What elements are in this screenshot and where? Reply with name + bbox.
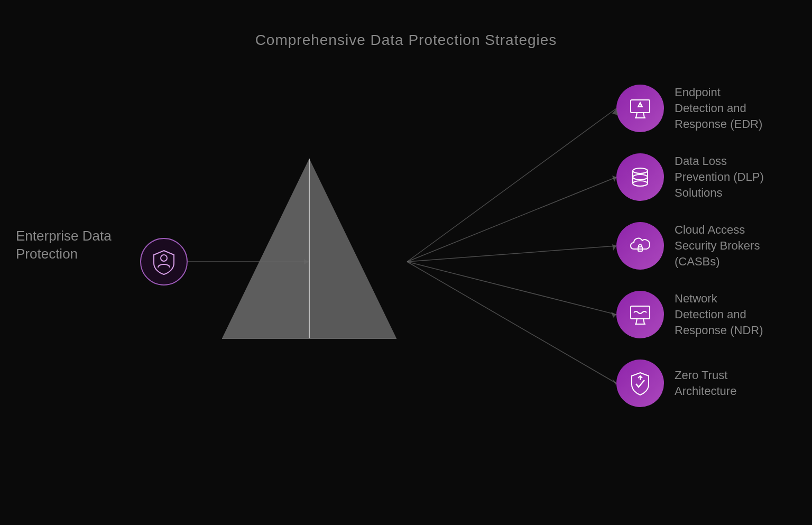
zta-label: Zero TrustArchitecture bbox=[675, 367, 791, 399]
ndr-label: NetworkDetection andResponse (NDR) bbox=[675, 291, 791, 338]
svg-line-23 bbox=[407, 177, 616, 262]
svg-line-25 bbox=[407, 246, 616, 262]
svg-line-21 bbox=[407, 108, 616, 262]
svg-marker-24 bbox=[612, 176, 616, 182]
list-item: Zero TrustArchitecture bbox=[616, 360, 791, 407]
svg-line-27 bbox=[407, 262, 616, 315]
pyramid-diagram bbox=[206, 148, 412, 349]
svg-line-6 bbox=[636, 113, 637, 118]
right-items-container: EndpointDetection andResponse (EDR) Data… bbox=[616, 85, 791, 407]
shield-person-icon bbox=[151, 248, 177, 275]
list-item: NetworkDetection andResponse (NDR) bbox=[616, 291, 791, 338]
svg-line-17 bbox=[636, 319, 637, 324]
page-title: Comprehensive Data Protection Strategies bbox=[255, 32, 557, 49]
dlp-icon-circle bbox=[616, 153, 664, 201]
svg-marker-28 bbox=[611, 312, 616, 318]
svg-line-7 bbox=[643, 113, 644, 118]
svg-point-13 bbox=[633, 181, 648, 186]
zta-icon-circle bbox=[616, 360, 664, 407]
edr-icon-circle bbox=[616, 85, 664, 132]
list-item: EndpointDetection andResponse (EDR) bbox=[616, 85, 791, 132]
list-item: Data LossPrevention (DLP)Solutions bbox=[616, 153, 791, 201]
svg-marker-1 bbox=[222, 159, 309, 338]
list-item: Cloud AccessSecurity Brokers(CASBs) bbox=[616, 222, 791, 270]
svg-point-12 bbox=[633, 174, 648, 180]
edr-label: EndpointDetection andResponse (EDR) bbox=[675, 85, 791, 132]
svg-line-18 bbox=[643, 319, 644, 324]
svg-marker-30 bbox=[612, 379, 616, 385]
svg-point-11 bbox=[633, 168, 648, 173]
svg-marker-2 bbox=[309, 159, 396, 338]
enterprise-label: Enterprise DataProtection bbox=[16, 227, 122, 263]
casb-icon-circle bbox=[616, 222, 664, 270]
casb-label: Cloud AccessSecurity Brokers(CASBs) bbox=[675, 222, 791, 269]
svg-line-29 bbox=[407, 262, 616, 383]
dlp-label: Data LossPrevention (DLP)Solutions bbox=[675, 153, 791, 200]
svg-point-0 bbox=[161, 255, 167, 261]
center-icon bbox=[140, 238, 188, 285]
svg-point-9 bbox=[640, 106, 641, 107]
svg-point-15 bbox=[640, 248, 641, 250]
svg-rect-16 bbox=[631, 306, 650, 319]
ndr-icon-circle bbox=[616, 291, 664, 338]
svg-marker-26 bbox=[612, 244, 616, 251]
